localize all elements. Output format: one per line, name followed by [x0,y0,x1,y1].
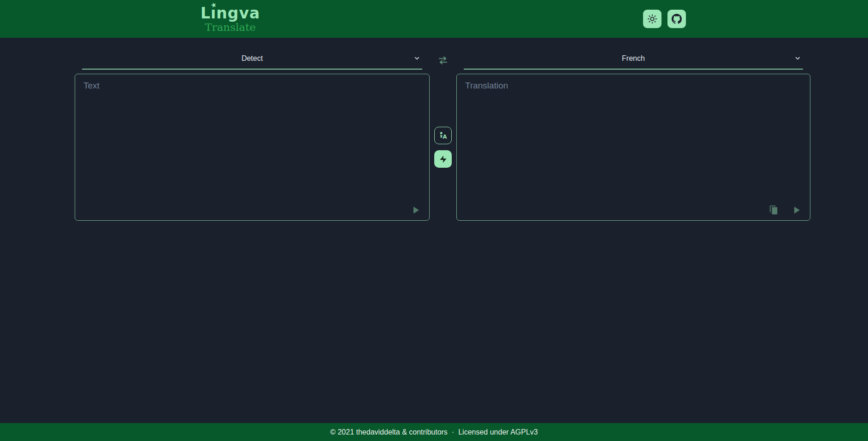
esperanto-star-icon: ★ [209,1,218,10]
copy-icon [769,205,779,215]
translator-content: Detect French [75,51,810,221]
license-link[interactable]: Licensed under AGPLv3 [458,428,538,436]
play-icon [791,205,802,216]
logo-subtitle: Translate [205,22,256,33]
header-inner: Lingva ★ Translate [201,0,686,38]
middle-controls: A [430,74,456,221]
main-area: Detect French [0,38,868,423]
target-language-select[interactable]: French [464,51,803,70]
lingva-logo-link[interactable]: Lingva ★ Translate [201,6,260,33]
github-button[interactable] [667,10,686,28]
copy-translation-button[interactable] [768,204,780,217]
translation-panes-row: A [75,74,810,221]
source-language-value: Detect [242,54,263,65]
app-footer: © 2021 thedaviddelta & contributors · Li… [0,423,868,441]
svg-text:A: A [443,134,447,140]
sun-icon [647,14,657,24]
logo-title: Lingva ★ [201,6,260,21]
theme-toggle-button[interactable] [643,10,661,28]
logo-title-text: Lingva [201,4,260,22]
translate-button[interactable]: A [434,127,452,144]
target-tts-play-button[interactable] [790,203,803,217]
app-header: Lingva ★ Translate [0,0,868,38]
instant-translate-button[interactable] [434,150,452,168]
header-actions [643,10,686,28]
github-icon [672,14,682,24]
play-icon [410,205,421,216]
chevron-down-icon [413,55,420,64]
swap-languages-button[interactable] [436,54,450,67]
source-pane-actions [409,203,423,217]
language-selects-row: Detect French [75,51,810,70]
source-tts-play-button[interactable] [409,203,423,217]
source-pane [75,74,430,221]
swap-cell [430,51,456,70]
target-pane-actions [768,203,803,217]
chevron-down-icon [794,55,801,64]
swap-horizontal-icon [437,55,449,65]
translate-star-a-icon: A [438,131,448,140]
copyright-link[interactable]: © 2021 thedaviddelta & contributors [330,428,448,436]
source-language-select[interactable]: Detect [82,51,422,70]
source-textarea[interactable] [75,74,429,220]
target-textarea[interactable] [457,74,810,220]
footer-separator: · [452,428,454,436]
lightning-bolt-icon [439,155,448,164]
target-pane [456,74,810,221]
target-language-value: French [622,54,645,65]
